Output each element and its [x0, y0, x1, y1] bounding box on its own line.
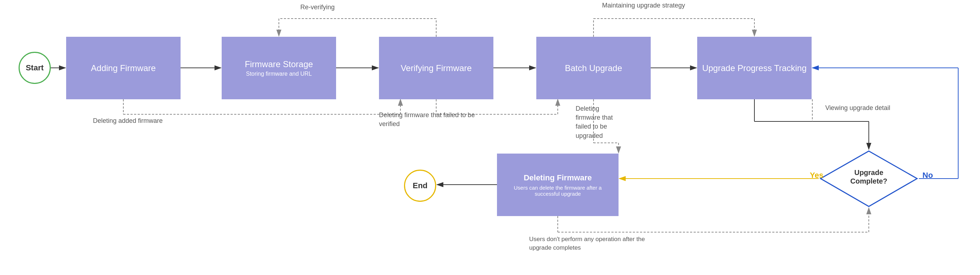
- verifying-firmware-label: Verifying Firmware: [401, 63, 472, 73]
- adding-firmware-box: Adding Firmware: [66, 37, 181, 99]
- start-label: Start: [26, 63, 44, 73]
- end-label: End: [413, 181, 428, 190]
- no-label: No: [923, 171, 933, 180]
- start-node: Start: [19, 52, 51, 84]
- firmware-storage-box: Firmware Storage Storing firmware and UR…: [222, 37, 336, 99]
- deleting-firmware-box: Deleting Firmware Users can delete the f…: [497, 153, 619, 216]
- maintaining-upgrade-strategy-label: Maintaining upgrade strategy: [601, 2, 686, 9]
- deleting-firmware-subtitle: Users can delete the firmware after a su…: [501, 185, 615, 197]
- deleting-firmware-failed-verified-label: Deleting firmware that failed to be veri…: [379, 111, 479, 128]
- yes-label: Yes: [810, 171, 823, 180]
- re-verifying-label: Re-verifying: [300, 3, 335, 11]
- flowchart-diagram: Start Adding Firmware Firmware Storage S…: [0, 0, 980, 275]
- batch-upgrade-box: Batch Upgrade: [536, 37, 651, 99]
- deleting-firmware-label: Deleting Firmware: [524, 173, 592, 182]
- firmware-storage-subtitle: Storing firmware and URL: [246, 71, 312, 77]
- batch-upgrade-label: Batch Upgrade: [565, 63, 622, 73]
- svg-text:Complete?: Complete?: [850, 177, 887, 185]
- upgrade-progress-tracking-label: Upgrade Progress Tracking: [702, 63, 807, 73]
- upgrade-complete-diamond: Upgrade Complete?: [819, 149, 919, 208]
- verifying-firmware-box: Verifying Firmware: [379, 37, 493, 99]
- upgrade-progress-tracking-box: Upgrade Progress Tracking: [697, 37, 811, 99]
- svg-text:Upgrade: Upgrade: [854, 169, 883, 176]
- firmware-storage-label: Firmware Storage: [245, 59, 313, 69]
- deleting-firmware-failed-upgraded-label: Deletingfirmware thatfailed to beupgrade…: [576, 104, 613, 141]
- deleting-added-firmware-label: Deleting added firmware: [93, 117, 163, 125]
- viewing-upgrade-detail-label: Viewing upgrade detail: [819, 104, 890, 112]
- end-node: End: [404, 170, 436, 202]
- users-no-operation-label: Users don't perform any operation after …: [529, 235, 645, 252]
- adding-firmware-label: Adding Firmware: [91, 63, 156, 73]
